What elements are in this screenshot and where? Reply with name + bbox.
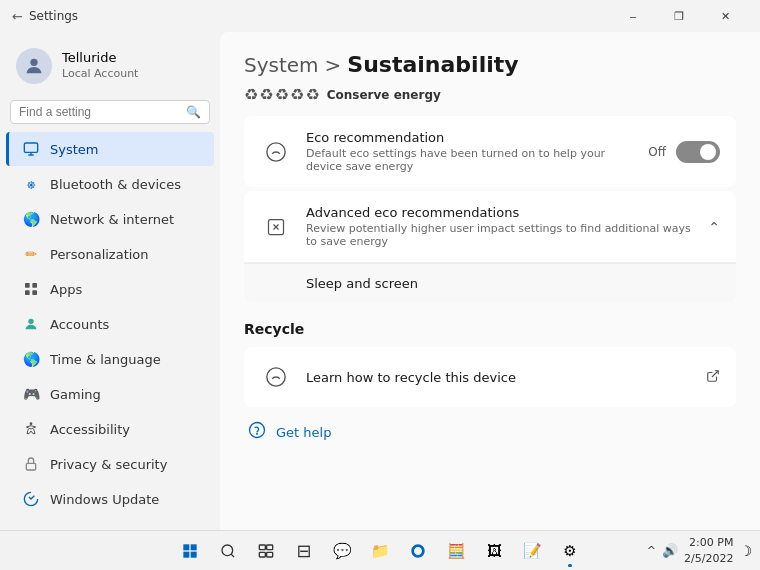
learn-recycle-row[interactable]: Learn how to recycle this device [244, 347, 736, 407]
privacy-icon [22, 455, 40, 473]
svg-point-7 [30, 422, 33, 425]
network-label: Network & internet [50, 212, 174, 227]
accessibility-label: Accessibility [50, 422, 130, 437]
breadcrumb-parent[interactable]: System [244, 53, 319, 77]
sidebar-item-windows-update[interactable]: Windows Update [6, 482, 214, 516]
get-help-icon [248, 421, 266, 443]
sidebar-item-accounts[interactable]: Accounts [6, 307, 214, 341]
chevron-up-icon[interactable]: ⌃ [708, 219, 720, 235]
sidebar-item-bluetooth[interactable]: ⎈ Bluetooth & devices [6, 167, 214, 201]
search-input[interactable] [19, 105, 180, 119]
taskbar-widgets[interactable]: ⊟ [286, 533, 322, 569]
recycle-card: Learn how to recycle this device [244, 347, 736, 407]
sleep-screen-row[interactable]: Sleep and screen [244, 263, 736, 303]
leaf-icons: ♻♻♻♻♻ [244, 85, 321, 104]
svg-rect-23 [259, 552, 265, 557]
personalization-icon: ✏️ [22, 245, 40, 263]
search-box[interactable]: 🔍 [10, 100, 210, 124]
sidebar: Telluride Local Account 🔍 System ⎈ Bluet… [0, 32, 220, 570]
sidebar-item-gaming[interactable]: 🎮 Gaming [6, 377, 214, 411]
taskbar-explorer[interactable]: 📁 [362, 533, 398, 569]
taskbar-center: ⊟ 💬 📁 🧮 🖼 📝 ⚙ [172, 533, 588, 569]
conserve-energy-label: Conserve energy [327, 88, 441, 102]
accessibility-icon [22, 420, 40, 438]
svg-rect-5 [32, 290, 37, 295]
sidebar-item-personalization[interactable]: ✏️ Personalization [6, 237, 214, 271]
eco-recommendation-row[interactable]: Eco recommendation Default eco settings … [244, 116, 736, 187]
svg-point-19 [222, 545, 233, 556]
svg-point-13 [250, 423, 265, 438]
gaming-icon: 🎮 [22, 385, 40, 403]
taskbar-search[interactable] [210, 533, 246, 569]
breadcrumb: System > Sustainability [244, 52, 736, 77]
minimize-button[interactable]: – [610, 0, 656, 32]
recycle-section: Recycle Learn how to recycle this device [244, 321, 736, 407]
advanced-eco-row[interactable]: Advanced eco recommendations Review pote… [244, 191, 736, 263]
back-button[interactable]: ← [12, 9, 23, 24]
svg-point-0 [30, 59, 37, 66]
close-button[interactable]: ✕ [702, 0, 748, 32]
learn-recycle-title: Learn how to recycle this device [306, 370, 692, 385]
taskbar-volume[interactable]: 🔊 [662, 543, 678, 558]
taskbar-settings[interactable]: ⚙ [552, 533, 588, 569]
maximize-button[interactable]: ❐ [656, 0, 702, 32]
eco-toggle[interactable] [676, 141, 720, 163]
taskbar-edge[interactable] [400, 533, 436, 569]
advanced-eco-card: Advanced eco recommendations Review pote… [244, 191, 736, 303]
network-icon: 🌎 [22, 210, 40, 228]
svg-rect-8 [26, 463, 35, 470]
taskbar-chat[interactable]: 💬 [324, 533, 360, 569]
titlebar: ← Settings – ❐ ✕ [0, 0, 760, 32]
get-help-row[interactable]: Get help [244, 411, 736, 453]
eco-desc: Default eco settings have been turned on… [306, 147, 634, 173]
svg-rect-4 [25, 290, 30, 295]
svg-rect-1 [24, 143, 37, 152]
external-link-icon [706, 369, 720, 386]
sidebar-item-time[interactable]: 🌎 Time & language [6, 342, 214, 376]
sidebar-item-accessibility[interactable]: Accessibility [6, 412, 214, 446]
search-icon: 🔍 [186, 105, 201, 119]
taskbar-photos[interactable]: 🖼 [476, 533, 512, 569]
conserve-energy-header: ♻♻♻♻♻ Conserve energy [244, 85, 736, 104]
taskbar-calculator[interactable]: 🧮 [438, 533, 474, 569]
accounts-label: Accounts [50, 317, 109, 332]
personalization-label: Personalization [50, 247, 149, 262]
toggle-label: Off [648, 145, 666, 159]
taskbar-right: ^ 🔊 2:00 PM 2/5/2022 ☽ [647, 535, 752, 566]
sidebar-item-network[interactable]: 🌎 Network & internet [6, 202, 214, 236]
recycle-icon [260, 361, 292, 393]
advanced-eco-text: Advanced eco recommendations Review pote… [306, 205, 694, 248]
privacy-label: Privacy & security [50, 457, 167, 472]
taskbar-moon[interactable]: ☽ [739, 543, 752, 559]
advanced-eco-desc: Review potentially higher user impact se… [306, 222, 694, 248]
taskbar-chevron[interactable]: ^ [647, 544, 656, 557]
titlebar-left: ← Settings [12, 9, 78, 24]
toggle-container: Off [648, 141, 720, 163]
svg-rect-22 [267, 545, 273, 550]
titlebar-controls: – ❐ ✕ [610, 0, 748, 32]
app-container: Telluride Local Account 🔍 System ⎈ Bluet… [0, 32, 760, 570]
breadcrumb-current: Sustainability [347, 52, 518, 77]
svg-point-14 [257, 433, 258, 434]
taskbar: ⊟ 💬 📁 🧮 🖼 📝 ⚙ ^ 🔊 2:00 PM 2/5/2022 ☽ [0, 530, 760, 570]
get-help-link[interactable]: Get help [276, 425, 331, 440]
svg-rect-2 [25, 283, 30, 288]
svg-line-12 [712, 370, 718, 376]
system-label: System [50, 142, 98, 157]
svg-rect-24 [267, 552, 273, 557]
bluetooth-label: Bluetooth & devices [50, 177, 181, 192]
time-icon: 🌎 [22, 350, 40, 368]
svg-rect-18 [191, 551, 197, 557]
bluetooth-icon: ⎈ [22, 175, 40, 193]
taskbar-clock[interactable]: 2:00 PM 2/5/2022 [684, 535, 733, 566]
taskbar-start[interactable] [172, 533, 208, 569]
content-area: System > Sustainability ♻♻♻♻♻ Conserve e… [220, 32, 760, 570]
taskbar-sticky[interactable]: 📝 [514, 533, 550, 569]
taskbar-taskview[interactable] [248, 533, 284, 569]
sidebar-item-privacy[interactable]: Privacy & security [6, 447, 214, 481]
avatar [16, 48, 52, 84]
taskbar-date-text: 2/5/2022 [684, 551, 733, 566]
sidebar-item-system[interactable]: System [6, 132, 214, 166]
time-label: Time & language [50, 352, 161, 367]
sidebar-item-apps[interactable]: Apps [6, 272, 214, 306]
